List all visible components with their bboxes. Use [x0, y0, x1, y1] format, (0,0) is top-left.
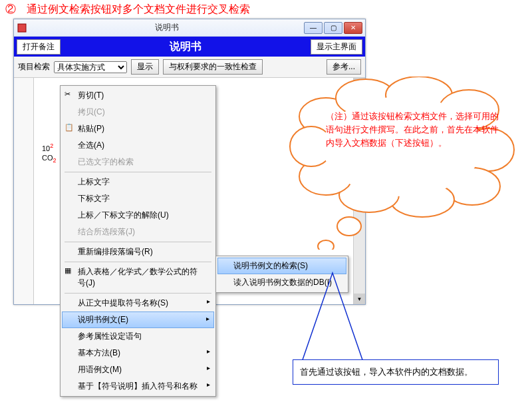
menu-item[interactable]: 说明书例文(E): [62, 312, 214, 328]
toolbar: 项目检索 具体实施方式 显示 与权利要求的一致性检查 参考...: [14, 57, 365, 78]
svg-point-12: [337, 217, 361, 236]
menu-item[interactable]: 粘贴(P)📋: [62, 120, 214, 137]
menu-item[interactable]: 插入表格／化学式／数学公式的符号(J)▦: [62, 264, 214, 292]
menu-item[interactable]: 从正文中提取符号名称(S): [62, 295, 214, 312]
menu-item: 结合所选段落(J): [62, 224, 214, 240]
minimize-button[interactable]: —: [304, 22, 323, 34]
show-button[interactable]: 显示: [131, 59, 159, 75]
svg-point-13: [318, 240, 334, 250]
submenu-item[interactable]: 读入说明书例文数据的DB(I): [217, 274, 346, 291]
submenu: 说明书例文的检索(S)读入说明书例文数据的DB(I): [215, 256, 348, 293]
search-label: 项目检索: [18, 61, 50, 73]
annotation-box: 首先通过该按钮，导入本软件内的文档数据。: [293, 359, 499, 385]
blue-header-bar: 打开备注 说明书 显示主界面: [14, 37, 365, 57]
menu-item[interactable]: 上标文字: [62, 174, 214, 190]
submenu-item[interactable]: 说明书例文的检索(S): [217, 258, 346, 274]
app-icon: [17, 23, 27, 33]
scroll-down-icon[interactable]: ▼: [354, 294, 365, 304]
menu-item[interactable]: 参考属性设定语句: [62, 328, 214, 345]
menu-item[interactable]: 剪切(T)✂: [62, 87, 214, 104]
grid-icon: ▦: [65, 266, 74, 276]
menu-item[interactable]: 重新编排段落编号(R): [62, 244, 214, 260]
sample-superscript-text: 102 CO2: [42, 141, 57, 165]
page-heading: ② 通过例文检索按钮对多个文档文件进行交叉检索: [0, 0, 532, 19]
annotation-cloud: （注）通过该按钮检索文档文件，选择可用的语句进行文件撰写。在此之前，首先在本软件…: [286, 77, 519, 230]
cut-icon: ✂: [65, 90, 74, 99]
menu-item[interactable]: 基本方法(B): [62, 345, 214, 361]
reference-button[interactable]: 参考...: [327, 59, 361, 75]
svg-rect-0: [18, 24, 26, 32]
open-notes-button[interactable]: 打开备注: [17, 39, 61, 55]
menu-item[interactable]: 全选(A): [62, 137, 214, 154]
window-title: 说明书: [30, 22, 304, 33]
maximize-button[interactable]: ▢: [324, 22, 342, 34]
mode-select[interactable]: 具体实施方式: [54, 61, 127, 73]
menu-item[interactable]: 上标／下标文字的解除(U): [62, 207, 214, 224]
menu-item[interactable]: 下标文字: [62, 190, 214, 207]
window-controls: — ▢ ✕: [304, 22, 362, 34]
left-ruler: [14, 78, 34, 304]
blue-title: 说明书: [61, 40, 311, 54]
menu-separator: [65, 293, 211, 294]
consistency-check-button[interactable]: 与权利要求的一致性检查: [163, 59, 263, 75]
menu-item: 已选文字的检索: [62, 154, 214, 170]
menu-separator: [65, 262, 211, 262]
cloud-text: （注）通过该按钮检索文档文件，选择可用的语句进行文件撰写。在此之前，首先在本软件…: [326, 110, 499, 150]
close-button[interactable]: ✕: [344, 22, 362, 34]
context-menu: 剪切(T)✂拷贝(C)粘贴(P)📋全选(A)已选文字的检索上标文字下标文字上标／…: [60, 85, 216, 397]
paste-icon: 📋: [65, 123, 74, 132]
window-titlebar: 说明书 — ▢ ✕: [14, 19, 365, 37]
menu-separator: [65, 172, 211, 172]
menu-item[interactable]: 用语例文(M): [62, 361, 214, 378]
menu-item: 拷贝(C): [62, 104, 214, 120]
show-main-button[interactable]: 显示主界面: [311, 39, 362, 55]
menu-separator: [65, 242, 211, 242]
menu-item[interactable]: 基于【符号说明】插入符号和名称: [62, 378, 214, 395]
